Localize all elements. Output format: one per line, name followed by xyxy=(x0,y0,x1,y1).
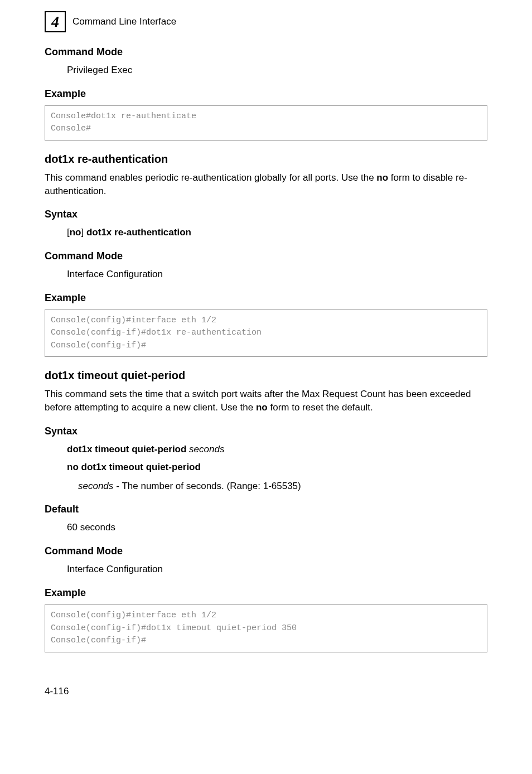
syntax2-param: seconds - The number of seconds. (Range:… xyxy=(78,480,487,493)
example-code-3: Console(config)#interface eth 1/2 Consol… xyxy=(45,604,487,652)
syntax1-no: no xyxy=(70,227,81,238)
syntax2-param-text: The number of seconds. (Range: 1-65535) xyxy=(122,481,301,491)
command-mode-text-1: Privileged Exec xyxy=(67,64,487,77)
reauth-heading: dot1x re-authentication xyxy=(45,153,487,166)
syntax-heading-2: Syntax xyxy=(45,425,487,437)
syntax2-line1: dot1x timeout quiet-period seconds xyxy=(67,443,487,456)
example-code-1: Console#dot1x re-authenticate Console# xyxy=(45,105,487,141)
chapter-box: 4 xyxy=(45,11,66,32)
page-number: 4-116 xyxy=(45,686,487,697)
command-mode-heading-1: Command Mode xyxy=(45,46,487,58)
syntax2-line1-italic: seconds xyxy=(189,444,224,454)
quiet-description: This command sets the time that a switch… xyxy=(45,388,487,414)
syntax1-mid: ] xyxy=(81,227,86,238)
command-mode-heading-2: Command Mode xyxy=(45,250,487,262)
syntax-heading-1: Syntax xyxy=(45,209,487,220)
example-code-2: Console(config)#interface eth 1/2 Consol… xyxy=(45,309,487,357)
command-mode-heading-3: Command Mode xyxy=(45,545,487,557)
header-title: Command Line Interface xyxy=(72,16,176,27)
reauth-desc-part1: This command enables periodic re-authent… xyxy=(45,172,376,183)
command-mode-text-2: Interface Configuration xyxy=(67,268,487,281)
reauth-desc-bold: no xyxy=(376,172,388,183)
quiet-desc-bold: no xyxy=(256,402,268,413)
syntax2-line2: no dot1x timeout quiet-period xyxy=(67,461,487,474)
example-heading-3: Example xyxy=(45,587,487,599)
default-text: 60 seconds xyxy=(67,521,487,534)
syntax2-param-italic: seconds - xyxy=(78,481,122,491)
chapter-number: 4 xyxy=(51,13,59,31)
page-header: 4 Command Line Interface xyxy=(45,11,487,32)
default-heading: Default xyxy=(45,504,487,515)
page-container: 4 Command Line Interface Command Mode Pr… xyxy=(0,0,532,719)
quiet-desc-part2: form to reset the default. xyxy=(268,402,373,413)
syntax-text-1: [no] dot1x re-authentication xyxy=(67,226,487,239)
example-heading-1: Example xyxy=(45,88,487,100)
command-mode-text-3: Interface Configuration xyxy=(67,563,487,576)
quiet-heading: dot1x timeout quiet-period xyxy=(45,369,487,382)
reauth-description: This command enables periodic re-authent… xyxy=(45,171,487,198)
syntax2-line1-bold: dot1x timeout quiet-period xyxy=(67,444,189,454)
syntax1-cmd: dot1x re-authentication xyxy=(86,227,191,238)
example-heading-2: Example xyxy=(45,292,487,304)
